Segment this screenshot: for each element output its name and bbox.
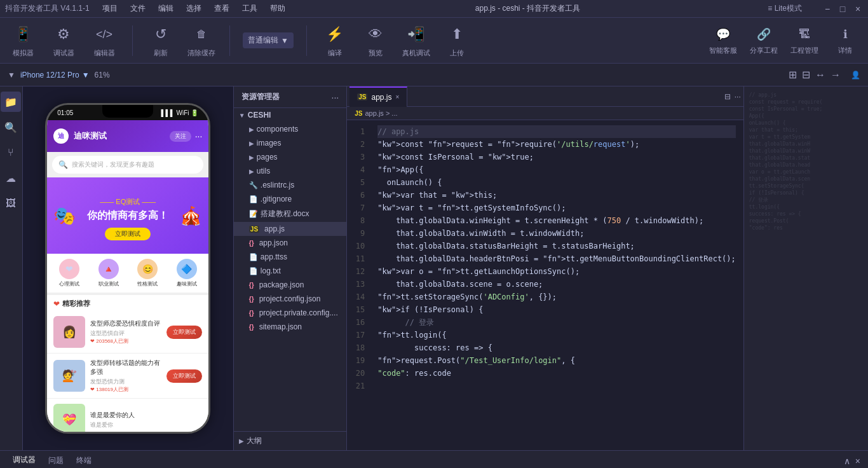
clear-button[interactable]: 🗑 清除缓存 bbox=[186, 23, 217, 58]
minimize-button[interactable]: − bbox=[822, 4, 832, 14]
device-selector[interactable]: iPhone 12/12 Pro ▼ bbox=[20, 71, 90, 79]
rotate-icon[interactable]: ↔ bbox=[815, 69, 825, 81]
tree-item-gitignore[interactable]: 📄 .gitignore bbox=[234, 192, 346, 206]
app-title: 抖音开发者工具 V4.1.1-1 bbox=[5, 3, 90, 14]
breadcrumb: JS app.js > ... bbox=[347, 107, 743, 120]
simulator-button[interactable]: 📱 模拟器 bbox=[8, 23, 38, 58]
tree-item-root[interactable]: ▼ CESHI bbox=[234, 108, 346, 122]
tree-item-packagejson[interactable]: {} package.json bbox=[234, 278, 346, 292]
simulator-label: 模拟器 bbox=[13, 48, 34, 58]
maximize-button[interactable]: □ bbox=[837, 4, 848, 14]
tree-item-log[interactable]: 📄 log.txt bbox=[234, 264, 346, 278]
docx-label: 搭建教程.docx bbox=[261, 209, 309, 219]
menu-edit[interactable]: 编辑 bbox=[156, 2, 176, 15]
card-2-btn[interactable]: 立即测试 bbox=[166, 369, 202, 383]
editor-tabs: JS app.js × ⊟ ··· bbox=[347, 86, 743, 107]
card-1-btn[interactable]: 立即测试 bbox=[166, 326, 202, 339]
upload-label: 上传 bbox=[450, 48, 464, 58]
debugger-label: 调试器 bbox=[53, 48, 74, 58]
tree-item-docx[interactable]: 📝 搭建教程.docx bbox=[234, 206, 346, 222]
tab-name: app.js bbox=[371, 93, 391, 102]
tab-close-button[interactable]: × bbox=[396, 93, 400, 100]
split-editor-icon[interactable]: ⊟ bbox=[724, 92, 731, 101]
cat-item-career[interactable]: 🔺 职业测试 bbox=[98, 259, 119, 287]
packagejson-label: package.json bbox=[259, 280, 304, 289]
grid-icon[interactable]: ⊞ bbox=[789, 69, 797, 81]
code-area[interactable]: 123456789101112131415161718192021 // app… bbox=[347, 120, 743, 450]
code-content[interactable]: // app.js"kw">const "fn">request = "fn">… bbox=[370, 120, 743, 450]
projectprivate-label: project.private.config.... bbox=[259, 308, 338, 317]
refresh-button[interactable]: ↺ 刷新 bbox=[146, 23, 176, 58]
bottom-close-icon[interactable]: × bbox=[855, 456, 860, 466]
toolbar-separator-1 bbox=[132, 25, 133, 56]
lite-mode-label[interactable]: ≡ Lite模式 bbox=[768, 3, 802, 14]
forward-icon[interactable]: → bbox=[831, 69, 841, 81]
preview-button[interactable]: 👁 预览 bbox=[360, 23, 391, 58]
eslintrc-icon: 🔧 bbox=[249, 181, 258, 189]
tree-item-components[interactable]: ▶ components bbox=[234, 122, 346, 136]
debug-button[interactable]: 📲 真机调试 bbox=[401, 23, 431, 58]
cat-icon-fun: 🔷 bbox=[177, 259, 197, 279]
editor-tab-appjs[interactable]: JS app.js × bbox=[349, 86, 407, 107]
banner-title: 你的情商有多高！ bbox=[87, 209, 168, 223]
menu-tools[interactable]: 工具 bbox=[240, 2, 260, 15]
mode-dropdown[interactable]: 普通编辑 ▼ bbox=[243, 32, 294, 48]
banner-cta-button[interactable]: 立即测试 bbox=[105, 228, 151, 240]
tree-item-projectconfig[interactable]: {} project.config.json bbox=[234, 292, 346, 306]
bottom-chevron-up-icon[interactable]: ∧ bbox=[844, 456, 850, 466]
share-button[interactable]: 🔗 分享工程 bbox=[749, 25, 779, 55]
card-1-image: 👩 bbox=[53, 316, 85, 348]
editor-label: 编辑器 bbox=[94, 48, 115, 58]
debugger-tab[interactable]: 调试器 bbox=[8, 451, 41, 469]
close-button[interactable]: × bbox=[853, 4, 863, 14]
cat-item-fun[interactable]: 🔷 趣味测试 bbox=[177, 259, 197, 287]
ai-service-icon: 💬 bbox=[714, 25, 732, 43]
cat-item-psychology[interactable]: ❤ 心理测试 bbox=[59, 259, 79, 287]
more-icon[interactable]: ··· bbox=[195, 131, 203, 142]
details-button[interactable]: ℹ 详情 bbox=[830, 25, 860, 55]
card-2-count: ❤138019人已测 bbox=[90, 386, 161, 393]
sidebar-icon-search[interactable]: 🔍 bbox=[1, 117, 21, 137]
tree-item-sitemap[interactable]: {} sitemap.json bbox=[234, 320, 346, 334]
sidebar-icon-cloud[interactable]: ☁ bbox=[1, 168, 21, 188]
tree-item-eslintrc[interactable]: 🔧 .eslintrc.js bbox=[234, 178, 346, 192]
docx-icon: 📝 bbox=[249, 210, 258, 218]
menu-bar: 抖音开发者工具 V4.1.1-1 项目 文件 编辑 选择 查看 工具 帮助 ap… bbox=[0, 0, 868, 18]
problems-tab[interactable]: 问题 bbox=[43, 451, 69, 469]
outline-section[interactable]: ▶ 大纲 bbox=[234, 431, 346, 450]
menu-view[interactable]: 查看 bbox=[212, 2, 232, 15]
editor-more-icon[interactable]: ··· bbox=[735, 92, 741, 101]
editor-button[interactable]: </> 编辑器 bbox=[89, 23, 119, 58]
main-content: 📁 🔍 ⑂ ☁ 🖼 01:05 ▌▌▌ WiFi 🔋 迪 迪咪测试 关注 ··· bbox=[0, 86, 868, 450]
search-bar[interactable]: 🔍 搜索关键词，发现更多有趣题 bbox=[52, 156, 203, 174]
app-name: 迪咪测试 bbox=[74, 130, 107, 142]
tree-item-utils[interactable]: ▶ utils bbox=[234, 164, 346, 178]
follow-button[interactable]: 关注 bbox=[170, 131, 191, 142]
tree-item-appttss[interactable]: 📄 app.ttss bbox=[234, 250, 346, 264]
terminal-tab[interactable]: 终端 bbox=[71, 451, 97, 469]
menu-project[interactable]: 项目 bbox=[100, 2, 120, 15]
menu-help[interactable]: 帮助 bbox=[268, 2, 288, 15]
tree-item-appjs[interactable]: JS app.js bbox=[234, 222, 346, 236]
bottom-controls: ∧ × bbox=[844, 456, 860, 466]
ai-service-button[interactable]: 💬 智能客服 bbox=[708, 25, 738, 55]
tree-item-images[interactable]: ▶ images bbox=[234, 136, 346, 150]
gitignore-icon: 📄 bbox=[249, 195, 258, 203]
file-tree-actions[interactable]: ··· bbox=[332, 92, 339, 102]
menu-file[interactable]: 文件 bbox=[128, 2, 148, 15]
sidebar-icon-image[interactable]: 🖼 bbox=[1, 193, 21, 214]
root-arrow-icon: ▼ bbox=[239, 112, 245, 119]
cat-item-personality[interactable]: 😊 性格测试 bbox=[137, 259, 158, 287]
compile-button[interactable]: ⚡ 编译 bbox=[320, 23, 350, 58]
pages-arrow-icon: ▶ bbox=[249, 154, 254, 161]
menu-select[interactable]: 选择 bbox=[184, 2, 204, 15]
tree-item-projectprivate[interactable]: {} project.private.config.... bbox=[234, 306, 346, 320]
tree-item-appjson[interactable]: {} app.json bbox=[234, 236, 346, 250]
debugger-button[interactable]: ⚙ 调试器 bbox=[48, 23, 79, 58]
tree-item-pages[interactable]: ▶ pages bbox=[234, 150, 346, 164]
sidebar-icon-git[interactable]: ⑂ bbox=[1, 142, 21, 163]
sidebar-icon-files[interactable]: 📁 bbox=[1, 92, 21, 112]
layout-icon[interactable]: ⊟ bbox=[802, 69, 810, 81]
project-manage-button[interactable]: 🏗 工程管理 bbox=[789, 25, 820, 55]
upload-button[interactable]: ⬆ 上传 bbox=[442, 23, 472, 58]
